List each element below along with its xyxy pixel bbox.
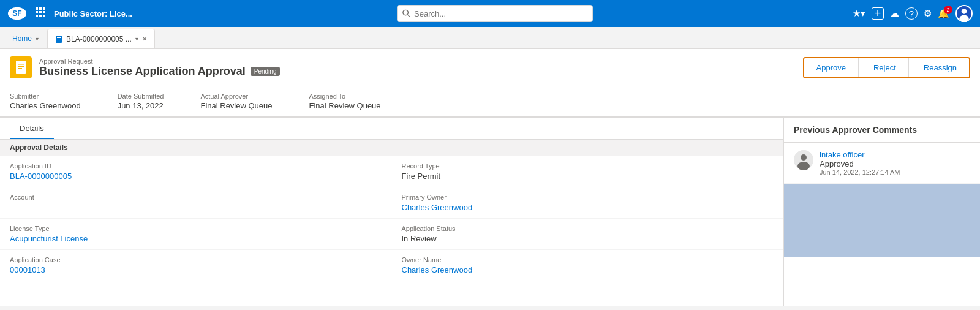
approval-header-left: Approval Request Business License Applic…: [10, 56, 280, 78]
notification-bell[interactable]: 🔔 2: [938, 8, 949, 19]
actual-approver-value: Final Review Queue: [200, 101, 272, 110]
field-application-case: Application Case 00001013: [0, 250, 392, 281]
field-primary-owner: Primary Owner Charles Greenwood: [392, 187, 784, 219]
cloud-upload-icon[interactable]: ☁: [890, 8, 899, 19]
primary-owner-label: Primary Owner: [402, 194, 774, 201]
comment-status: Approved: [820, 159, 900, 168]
svg-rect-22: [18, 66, 24, 67]
comment-body: intake officer Approved Jun 14, 2022, 12…: [820, 150, 900, 176]
assigned-to-group: Assigned To Final Review Queue: [309, 93, 381, 110]
svg-rect-2: [36, 7, 38, 10]
field-owner-name: Owner Name Charles Greenwood: [392, 250, 784, 281]
field-application-id: Application ID BLA-0000000005: [0, 156, 392, 187]
main-content: Details Approval Details Application ID …: [0, 118, 980, 306]
submitter-group: Submitter Charles Greenwood: [10, 93, 81, 110]
tab-bla-label: BLA-0000000005 ...: [66, 35, 132, 43]
submitter-label: Submitter: [10, 93, 81, 100]
svg-point-11: [403, 10, 408, 15]
tab-home[interactable]: Home ▾: [5, 29, 46, 48]
comment-author[interactable]: intake officer: [820, 150, 900, 159]
primary-owner-value[interactable]: Charles Greenwood: [402, 203, 774, 212]
application-id-value[interactable]: BLA-0000000005: [10, 172, 382, 181]
approval-title: Business License Application Approval Pe…: [39, 65, 280, 78]
date-submitted-value: Jun 13, 2022: [118, 101, 164, 110]
svg-rect-5: [36, 11, 38, 13]
details-tab[interactable]: Details: [10, 118, 54, 139]
approval-icon: [10, 56, 32, 78]
add-icon[interactable]: +: [872, 7, 884, 20]
details-panel: Details Approval Details Application ID …: [0, 118, 784, 306]
assigned-to-label: Assigned To: [309, 93, 381, 100]
svg-line-12: [407, 15, 410, 17]
tab-bla-icon: [55, 36, 62, 43]
submitter-value: Charles Greenwood: [10, 101, 81, 110]
actual-approver-label: Actual Approver: [200, 93, 272, 100]
gear-icon[interactable]: ⚙: [924, 8, 932, 19]
field-record-type: Record Type Fire Permit: [392, 156, 784, 187]
app-name: Public Sector: Lice...: [54, 9, 132, 18]
approval-breadcrumb: Approval Request: [39, 58, 280, 65]
assigned-to-value: Final Review Queue: [309, 101, 381, 110]
reject-button[interactable]: Reject: [861, 58, 909, 77]
account-label: Account: [10, 194, 382, 201]
owner-name-value[interactable]: Charles Greenwood: [402, 265, 774, 274]
svg-rect-4: [43, 7, 45, 10]
comment-item: intake officer Approved Jun 14, 2022, 12…: [784, 143, 980, 184]
svg-rect-9: [39, 15, 42, 17]
svg-rect-23: [18, 68, 22, 69]
comments-background: [784, 184, 980, 257]
top-nav-icons: ★▾ + ☁ ? ⚙ 🔔 2: [853, 5, 973, 22]
salesforce-logo-svg: SF: [7, 7, 27, 20]
tab-bla-dropdown[interactable]: ▾: [135, 36, 138, 42]
approval-title-group: Approval Request Business License Applic…: [39, 58, 280, 78]
favorites-icon[interactable]: ★▾: [853, 8, 865, 19]
comments-title: Previous Approver Comments: [784, 118, 980, 143]
status-badge: Pending: [251, 67, 281, 76]
svg-rect-8: [36, 15, 38, 17]
top-navigation: SF Public Sector: Lice... ★▾ + ☁ ? ⚙ 🔔 2: [0, 0, 980, 27]
date-submitted-group: Date Submitted Jun 13, 2022: [118, 93, 164, 110]
field-account: Account: [0, 187, 392, 219]
svg-point-14: [962, 9, 967, 14]
date-submitted-label: Date Submitted: [118, 93, 164, 100]
svg-rect-17: [57, 37, 61, 38]
fields-grid: Application ID BLA-0000000005 Record Typ…: [0, 156, 783, 281]
comment-date: Jun 14, 2022, 12:27:14 AM: [820, 168, 900, 176]
tab-bla[interactable]: BLA-0000000005 ... ▾ ✕: [47, 29, 155, 48]
search-box[interactable]: [397, 5, 593, 22]
salesforce-logo[interactable]: SF: [7, 7, 27, 20]
license-type-label: License Type: [10, 225, 382, 232]
svg-rect-10: [43, 15, 45, 17]
svg-rect-19: [57, 40, 59, 40]
field-license-type: License Type Acupuncturist License: [0, 219, 392, 250]
apps-grid-icon[interactable]: [36, 7, 45, 20]
notification-count: 2: [944, 6, 952, 14]
commenter-avatar: [794, 150, 813, 170]
approval-header: Approval Request Business License Applic…: [0, 49, 980, 86]
search-icon: [402, 9, 410, 18]
svg-rect-6: [39, 11, 42, 13]
svg-rect-18: [57, 39, 61, 39]
search-input[interactable]: [414, 9, 587, 18]
approval-details-section: Approval Details: [0, 140, 783, 156]
approve-button[interactable]: Approve: [804, 58, 859, 77]
help-icon[interactable]: ?: [905, 7, 918, 20]
record-type-value: Fire Permit: [402, 172, 774, 181]
record-type-label: Record Type: [402, 162, 774, 170]
svg-point-25: [801, 154, 807, 161]
application-status-label: Application Status: [402, 225, 774, 232]
application-case-value[interactable]: 00001013: [10, 265, 382, 274]
tab-home-label: Home: [12, 34, 32, 43]
svg-rect-21: [18, 64, 24, 65]
license-type-value[interactable]: Acupuncturist License: [10, 234, 382, 243]
tab-bla-close[interactable]: ✕: [142, 36, 147, 42]
owner-name-label: Owner Name: [402, 256, 774, 263]
tab-home-dropdown[interactable]: ▾: [36, 36, 39, 42]
svg-rect-3: [39, 7, 42, 10]
reassign-button[interactable]: Reassign: [911, 58, 969, 77]
user-avatar[interactable]: [956, 5, 973, 22]
actual-approver-group: Actual Approver Final Review Queue: [200, 93, 272, 110]
application-id-label: Application ID: [10, 162, 382, 170]
comments-panel: Previous Approver Comments intake office…: [784, 118, 980, 306]
svg-rect-7: [43, 11, 45, 13]
